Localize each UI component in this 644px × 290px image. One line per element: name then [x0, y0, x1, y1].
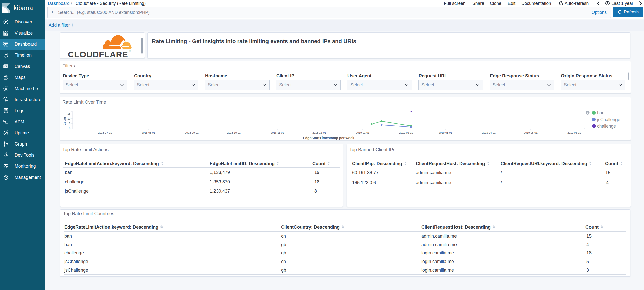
svg-text:2018-12-01: 2018-12-01 — [312, 131, 326, 134]
svg-text:5: 5 — [69, 122, 70, 125]
svg-text:2019-04-01: 2019-04-01 — [482, 131, 496, 134]
svg-text:15: 15 — [67, 112, 70, 115]
svg-text:2019-06-01: 2019-06-01 — [567, 131, 581, 134]
svg-text:®: ® — [129, 49, 131, 52]
svg-text:CLOUDFLARE: CLOUDFLARE — [68, 50, 128, 59]
svg-text:0: 0 — [69, 127, 70, 130]
svg-text:challenge: challenge — [597, 124, 616, 129]
svg-text:Count: Count — [63, 117, 66, 125]
svg-text:2019-01-01: 2019-01-01 — [356, 131, 369, 134]
svg-text:ban: ban — [597, 110, 604, 115]
svg-text:2019-03-01: 2019-03-01 — [439, 131, 452, 134]
svg-text:2018-10-01: 2018-10-01 — [227, 131, 241, 134]
svg-text:10: 10 — [67, 117, 70, 120]
svg-text:jsChallenge: jsChallenge — [597, 117, 620, 122]
svg-text:2018-11-01: 2018-11-01 — [271, 131, 284, 134]
svg-text:2019-02-01: 2019-02-01 — [399, 131, 413, 134]
svg-text:2018-07-01: 2018-07-01 — [98, 131, 112, 134]
svg-text:EdgeStartTimestamp per week: EdgeStartTimestamp per week — [303, 136, 354, 140]
svg-text:2018-09-01: 2018-09-01 — [185, 131, 199, 134]
svg-text:2018-08-01: 2018-08-01 — [142, 131, 155, 134]
svg-text:2019-05-01: 2019-05-01 — [524, 131, 538, 134]
